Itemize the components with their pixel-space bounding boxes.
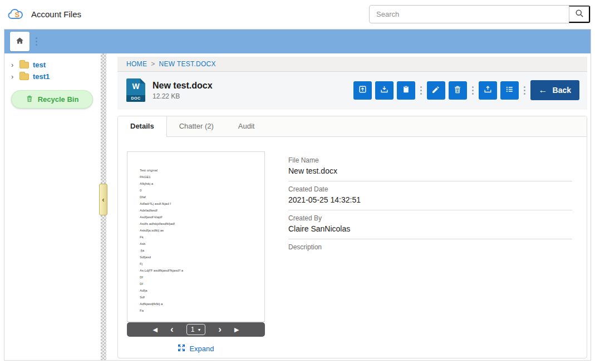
search-button[interactable] [569,6,590,23]
tab-details[interactable]: Details [118,116,167,137]
file-size: 12.22 KB [153,92,213,100]
file-explorer-frame: › test › test1 Recycle Bin ‹ [4,29,591,361]
sdrive-cloud-logo: S [8,8,24,20]
sidebar-resize-splitter[interactable]: ‹ [101,53,106,360]
field-description: Description [288,239,572,268]
preview-text-line: Df [140,281,264,287]
home-button[interactable] [10,32,29,51]
preview-text-line: Dfaf [140,194,264,200]
download-icon [380,85,389,96]
breadcrumb-home-link[interactable]: HOME [126,60,147,68]
open-in-new-button[interactable] [353,81,372,100]
current-page-number: 1 [191,326,195,333]
file-header: W DOC New test.docx 12.22 KB [117,72,587,110]
field-value [288,253,572,262]
body-row: › test › test1 Recycle Bin ‹ [4,53,591,360]
chevron-right-icon[interactable]: › [11,62,16,68]
breadcrumb: HOME > NEW TEST.DOCX [117,57,587,72]
open-in-new-icon [358,85,367,96]
svg-text:S: S [15,11,20,19]
main-content: HOME > NEW TEST.DOCX W DOC New test.docx… [106,53,591,360]
breadcrumb-file-link[interactable]: NEW TEST.DOCX [159,60,216,68]
edit-button[interactable] [427,81,445,100]
page-title: Account Files [31,9,81,19]
next-page-button[interactable]: › [218,326,222,333]
last-page-button[interactable]: ▶ [234,326,239,333]
preview-text-line: Df [140,274,264,281]
preview-text-line: Sdfjasd [140,254,264,260]
folder-icon [19,73,29,80]
folder-icon [19,62,29,68]
preview-text-line: 0 [140,187,264,194]
file-fields: File Name New test.docx Created Date 202… [288,153,572,353]
field-label: Created By [288,214,572,222]
details-panel: Details Chatter (2) Audit Test originalP… [117,116,587,358]
field-label: Description [288,243,572,251]
clipboard-icon [401,85,411,96]
field-created-by: Created By Claire SanNicolas [288,210,572,239]
preview-text-line: Asb [140,240,264,247]
doc-icon-type-label: DOC [126,95,145,102]
preview-text-line: Askdfja;sdfklj as [140,227,264,234]
file-actions-toolbar: ← Back [353,80,579,100]
folder-label[interactable]: test [33,61,46,69]
back-button-label: Back [553,86,571,95]
expand-preview-link[interactable]: Expand [178,344,214,353]
doc-file-icon: W DOC [126,78,145,102]
preview-text-line: Fj [140,260,264,267]
field-file-name: File Name New test.docx [288,153,572,181]
preview-text-line: Asdfjasdf klajdf [140,214,264,220]
folder-toolbar [4,29,591,53]
sidebar-item-test1[interactable]: › test1 [4,71,101,82]
field-created-date: Created Date 2021-05-25 14:32:51 [288,181,572,210]
recycle-bin-button[interactable]: Recycle Bin [11,90,93,109]
preview-text-line: Afkjfskj a [140,180,264,187]
folder-label[interactable]: test1 [33,72,50,81]
copy-clipboard-button[interactable] [397,81,415,100]
tab-audit[interactable]: Audit [226,116,267,136]
document-preview-page: Test originalPAGE1Afkjfskj a0DfafAdfadr'… [127,151,265,322]
download-button[interactable] [375,81,394,100]
preview-text-line: Sdf [140,294,264,301]
preview-text-line: Adfadr'fLj asdf.fkjad f [140,200,264,207]
expand-icon [178,344,185,353]
expand-label: Expand [189,345,214,353]
field-label: File Name [288,156,572,164]
list-icon [505,85,514,96]
delete-button[interactable] [449,81,467,100]
collapse-chevron-icon: ‹ [102,195,104,204]
page-number-select[interactable]: 1 ▼ [186,324,206,335]
first-page-button[interactable]: ◀ [153,326,158,333]
previous-page-button[interactable]: ‹ [170,326,174,333]
actions-dots-separator [472,86,474,95]
preview-text-line: Adsfadfasdf [140,207,264,214]
tab-chatter[interactable]: Chatter (2) [167,116,226,136]
sidebar-collapse-handle[interactable]: ‹ [99,184,107,215]
file-details-list-button[interactable] [500,81,519,100]
upload-new-version-button[interactable] [479,81,497,100]
preview-text-line: Adfkjasdjfkfklj a [140,301,264,307]
upload-icon [483,85,493,96]
trash-icon [26,95,33,105]
actions-dots-separator [420,86,422,95]
preview-text-line: Adfja [140,287,264,294]
document-preview-column: Test originalPAGE1Afkjfskj a0DfafAdfadr'… [127,151,265,353]
back-arrow-icon: ← [539,85,548,95]
home-icon [15,36,24,47]
preview-text-line: Fa [140,307,264,314]
chevron-right-icon[interactable]: › [11,74,16,80]
trash-icon [453,85,462,96]
preview-text-line: As;Ldjf'F asdffkjasdf'fkjasd'f a [140,267,264,274]
search-icon [574,8,584,20]
actions-dots-separator [524,86,525,95]
breadcrumb-separator: > [151,60,155,68]
preview-text-line: ;fja [140,247,264,254]
field-value: Claire SanNicolas [288,224,572,233]
back-button[interactable]: ← Back [530,80,579,100]
sidebar-item-test[interactable]: › test [4,59,101,71]
file-name-title: New test.docx [153,81,213,91]
preview-text-line: Test original [140,167,264,174]
recycle-bin-label: Recycle Bin [38,95,79,104]
search-input[interactable] [370,10,569,18]
field-value: 2021-05-25 14:32:51 [288,195,572,204]
